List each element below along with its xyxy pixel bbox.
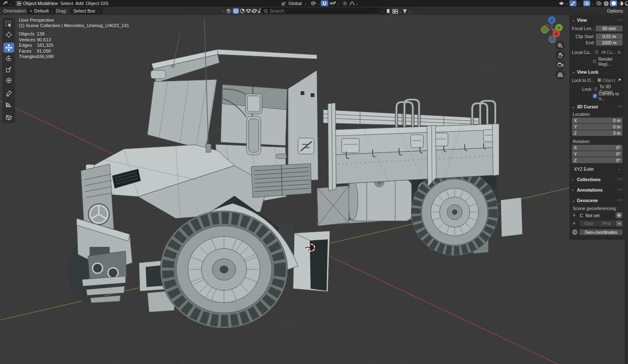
tool-transform[interactable] <box>3 75 14 85</box>
gizmo-axis-neg-x[interactable] <box>541 26 548 33</box>
xray-toggle[interactable] <box>596 0 602 6</box>
cursor-rotation-y[interactable]: Y0° <box>572 151 623 157</box>
tool-annotate[interactable] <box>3 88 14 98</box>
orientation-global[interactable]: Global <box>288 0 302 7</box>
shading-wireframe-icon[interactable] <box>603 0 609 6</box>
tool-measure[interactable] <box>3 99 14 109</box>
gizmo-axis-neg-z[interactable] <box>549 36 556 43</box>
panel-collections-header[interactable]: ›Collections∷∷ <box>572 176 623 182</box>
to-3d-cursor-checkbox[interactable] <box>594 87 598 91</box>
menu-gis[interactable]: GIS <box>100 0 108 7</box>
proportional-editing-icon[interactable] <box>342 0 347 6</box>
panel-annotations-header[interactable]: ›Annotations∷∷ <box>572 187 623 193</box>
options-button[interactable]: Options <box>607 7 623 15</box>
eyedropper-icon[interactable] <box>617 78 621 82</box>
geo-button[interactable]: Geo <box>580 220 597 226</box>
model-side-vent <box>251 164 311 197</box>
falloff-curve-icon[interactable]: ⌄ <box>349 0 359 6</box>
drag-dropdown[interactable]: Select Box ⌄ <box>70 8 103 14</box>
navigation-gizmo[interactable]: Z Y X <box>537 15 566 44</box>
search-input[interactable] <box>260 8 387 14</box>
3d-viewport[interactable]: User Perspective (1) Scene Collection | … <box>0 15 628 364</box>
tool-cursor[interactable] <box>3 30 14 40</box>
tool-scale[interactable] <box>3 64 14 74</box>
cursor-rotation-x[interactable]: X0° <box>572 145 623 151</box>
proj-button[interactable]: Proj <box>598 220 615 226</box>
active-collection-label: (1) Scene Collection | Mercedes_Unimog_U… <box>19 23 129 28</box>
location-label: Location: <box>573 112 623 117</box>
clip-end-field[interactable]: 1000 m <box>596 40 623 46</box>
panel-geoscene-header[interactable]: ⌄Geoscene∷∷ <box>572 197 623 203</box>
rotation-label: Rotation: <box>573 139 623 144</box>
camera-to-view-checkbox[interactable]: ✓ <box>593 94 597 98</box>
show-overlays-toggle[interactable] <box>583 0 590 6</box>
editor-type-selector[interactable]: ⌄ <box>3 0 12 6</box>
add-crs-button[interactable]: + <box>616 220 623 226</box>
geo-coordinates-button[interactable]: Geo-coordinates <box>579 229 623 235</box>
clip-start-field[interactable]: 0.01 m <box>596 33 623 39</box>
asset-logo-icon <box>226 8 232 14</box>
crs-settings-button[interactable] <box>615 212 623 218</box>
tool-select-box[interactable] <box>3 19 14 29</box>
rotation-mode-dropdown[interactable]: XYZ Euler⌄ <box>572 166 623 172</box>
menu-view[interactable]: View <box>48 0 58 7</box>
pivot-point-icon[interactable]: ⌄ <box>311 0 320 6</box>
panel-grip-icon[interactable]: ∷∷ <box>617 105 623 108</box>
asset-type-hdr-icon[interactable] <box>252 8 257 14</box>
asset-type-model-icon[interactable] <box>233 8 239 14</box>
region-edge[interactable] <box>625 15 628 364</box>
tool-add-cube[interactable] <box>3 112 14 122</box>
local-camera-field[interactable]: Ca... ✕ <box>600 49 623 56</box>
menu-object[interactable]: Object <box>86 0 99 7</box>
cursor-rotation-z[interactable]: Z0° <box>572 157 623 163</box>
focal-length-field[interactable]: 50 mm <box>596 26 623 31</box>
filter-icon[interactable]: ⌄ <box>402 8 411 14</box>
panel-3d-cursor-header[interactable]: ⌄3D Cursor∷∷ <box>572 103 623 110</box>
bookmark-icon[interactable] <box>386 8 390 14</box>
snap-target-icon[interactable]: ⌄ <box>329 0 340 6</box>
transform-orientation-icon[interactable] <box>281 0 287 6</box>
shading-rendered-icon[interactable] <box>625 0 628 6</box>
lock-to-object-field[interactable]: Object <box>596 77 623 84</box>
menu-select[interactable]: Select <box>60 0 73 7</box>
cursor-location-y[interactable]: Y0 m <box>572 124 623 130</box>
object-visibility-icon[interactable]: ⌄ <box>559 0 569 6</box>
orientation-dropdown[interactable]: Default ⌄ <box>27 8 56 14</box>
cursor-location-x[interactable]: X0 m <box>572 118 623 123</box>
show-gizmo-toggle[interactable] <box>569 0 577 6</box>
clear-icon[interactable]: ✕ <box>617 50 621 55</box>
panel-grip-icon[interactable]: ∷∷ <box>617 177 623 181</box>
georeferencing-label: Scene georeferencing : <box>573 206 623 211</box>
asset-type-scene-icon[interactable] <box>246 8 251 14</box>
model-mercedes-unimog[interactable] <box>67 18 522 328</box>
asset-bar-collapse[interactable]: ⌄ <box>222 9 225 13</box>
scene-canvas[interactable] <box>0 15 628 364</box>
viewport-header: ⌄ Object Mode ⌄ View Select Add Object G… <box>0 0 628 7</box>
zoom-button[interactable] <box>556 41 565 50</box>
pan-hand-button[interactable] <box>556 51 565 60</box>
collection-view-icon[interactable]: ⌄ <box>392 8 402 14</box>
menu-add[interactable]: Add <box>75 0 84 7</box>
local-camera-checkbox[interactable] <box>595 50 599 54</box>
panel-view-header[interactable]: ⌄View∷∷ <box>572 17 623 23</box>
model-rear-wheel <box>411 169 498 256</box>
panel-grip-icon[interactable]: ∷∷ <box>617 188 623 192</box>
panel-grip-icon[interactable]: ∷∷ <box>617 18 623 22</box>
panel-view-lock-header[interactable]: ⌄View Lock <box>572 69 623 75</box>
tool-rotate[interactable] <box>3 54 14 64</box>
tool-move[interactable] <box>3 43 14 53</box>
panel-grip-icon[interactable]: ∷∷ <box>617 198 623 202</box>
radio-icon[interactable] <box>572 213 577 218</box>
asset-type-material-icon[interactable] <box>240 8 245 14</box>
cursor-location-z[interactable]: Z0 m <box>572 130 623 136</box>
snap-toggle-icon[interactable] <box>321 0 328 6</box>
stat-edges: Edges181,325 <box>19 43 129 48</box>
radio-icon[interactable] <box>572 221 577 226</box>
orthographic-toggle-button[interactable] <box>556 70 565 79</box>
stat-vertices: Vertices90,613 <box>19 37 129 42</box>
shading-solid-icon[interactable] <box>610 0 617 6</box>
render-region-checkbox[interactable] <box>592 59 597 64</box>
search-icon <box>263 9 268 14</box>
shading-material-icon[interactable] <box>618 0 624 6</box>
camera-view-button[interactable] <box>556 60 565 69</box>
